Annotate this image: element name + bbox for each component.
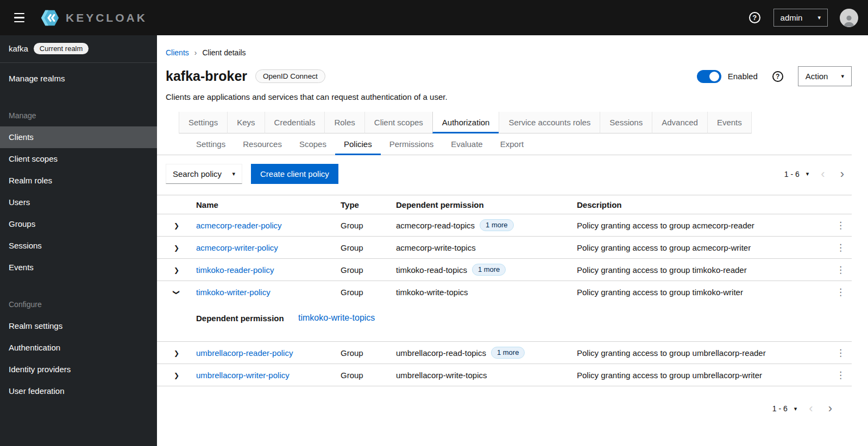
kebab-menu-button[interactable]: ⋮ [832, 285, 850, 299]
caret-down-icon: ▾ [794, 406, 797, 412]
person-icon [842, 13, 856, 27]
sidebar-item-identity-providers[interactable]: Identity providers [0, 359, 157, 380]
search-policy-dropdown[interactable]: Search policy ▾ [166, 164, 242, 184]
kebab-menu-button[interactable]: ⋮ [832, 368, 850, 382]
policy-description: Policy granting access to group timkoko-… [577, 288, 830, 297]
row-expansion: Dependent permission timkoko-write-topic… [157, 303, 852, 342]
pagination-prev-button[interactable]: ‹ [801, 403, 820, 415]
kebab-menu-button[interactable]: ⋮ [832, 263, 850, 277]
expand-row-button[interactable]: ❯ [168, 346, 185, 360]
column-header-name: Name [196, 200, 341, 209]
more-badge: 1 more [480, 219, 513, 231]
tab-roles[interactable]: Roles [324, 112, 364, 133]
tab-settings[interactable]: Settings [179, 112, 227, 133]
caret-down-icon: ▾ [806, 171, 809, 177]
policy-type: Group [341, 265, 396, 275]
sidebar-item-client-scopes[interactable]: Client scopes [0, 148, 157, 170]
column-header-type: Type [341, 200, 396, 209]
pagination-prev-button[interactable]: ‹ [813, 168, 832, 180]
dependent-permission-cell: umbrellacorp-write-topics [396, 371, 577, 380]
policy-type: Group [341, 221, 396, 230]
subtab-permissions[interactable]: Permissions [381, 133, 443, 155]
pagination-range-dropdown[interactable]: 1 - 6 ▾ [768, 401, 802, 416]
sidebar-item-realm-roles[interactable]: Realm roles [0, 170, 157, 192]
subtab-evaluate[interactable]: Evaluate [442, 133, 491, 155]
tab-authorization[interactable]: Authorization [432, 112, 499, 133]
user-menu-dropdown[interactable]: admin ▾ [773, 9, 828, 27]
subtab-scopes[interactable]: Scopes [291, 133, 335, 155]
expand-row-button[interactable]: ❯ [168, 368, 185, 383]
policy-name-link[interactable]: umbrellacorp-writer-policy [196, 371, 290, 380]
topbar-actions: ? admin ▾ [749, 9, 858, 27]
policy-name-link[interactable]: umbrellacorp-reader-policy [196, 348, 293, 358]
current-realm-badge: Current realm [34, 43, 89, 54]
tab-sessions[interactable]: Sessions [600, 112, 652, 133]
protocol-badge: OpenID Connect [255, 69, 325, 83]
enabled-help-icon[interactable]: ? [772, 71, 783, 82]
expand-row-button[interactable]: ❯ [168, 218, 185, 233]
sidebar-item-authentication[interactable]: Authentication [0, 337, 157, 359]
tab-advanced[interactable]: Advanced [652, 112, 707, 133]
policy-description: Policy granting access to group umbrella… [577, 371, 830, 380]
sidebar-item-user-federation[interactable]: User federation [0, 380, 157, 402]
collapse-row-button[interactable]: ❯ [168, 285, 185, 300]
sidebar-item-realm-settings[interactable]: Realm settings [0, 315, 157, 337]
sidebar-item-sessions[interactable]: Sessions [0, 235, 157, 257]
subtab-export[interactable]: Export [492, 133, 532, 155]
pagination-next-button[interactable]: › [821, 403, 840, 415]
breadcrumb-current: Client details [202, 48, 246, 57]
sidebar-item-groups[interactable]: Groups [0, 213, 157, 235]
realm-selector[interactable]: kafka Current realm [0, 35, 157, 63]
page-title: kafka-broker [166, 68, 247, 84]
nav-toggle-button[interactable] [8, 8, 31, 28]
tab-credentials[interactable]: Credentials [265, 112, 325, 133]
subtab-settings[interactable]: Settings [187, 133, 234, 155]
help-icon[interactable]: ? [749, 12, 760, 23]
policy-name-link[interactable]: acmecorp-reader-policy [196, 221, 282, 230]
dependent-permission-text: timkoko-read-topics [396, 265, 467, 275]
policy-type: Group [341, 371, 396, 380]
pagination-next-button[interactable]: › [833, 168, 852, 180]
breadcrumb-clients-link[interactable]: Clients [166, 48, 189, 57]
expansion-dependent-permission-link[interactable]: timkoko-write-topics [298, 313, 375, 323]
chevron-right-icon: ❯ [174, 372, 179, 379]
caret-down-icon: ▾ [232, 171, 235, 177]
expand-row-button[interactable]: ❯ [168, 240, 185, 255]
caret-down-icon: ▾ [817, 15, 821, 21]
kebab-menu-button[interactable]: ⋮ [832, 219, 850, 232]
policy-type: Group [341, 348, 396, 358]
sidebar-item-manage-realms[interactable]: Manage realms [0, 68, 157, 90]
policies-table: Name Type Dependent permission Descripti… [157, 195, 852, 386]
toggle-knob [709, 72, 719, 81]
policy-type: Group [341, 243, 396, 252]
chevron-down-icon: ❯ [173, 290, 180, 295]
create-client-policy-button[interactable]: Create client policy [251, 164, 338, 184]
tab-client-scopes[interactable]: Client scopes [364, 112, 432, 133]
subtab-resources[interactable]: Resources [234, 133, 291, 155]
sidebar-item-clients[interactable]: Clients [0, 126, 157, 148]
tab-events[interactable]: Events [707, 112, 752, 133]
keycloak-logo[interactable]: KEYCLOAK [40, 8, 147, 28]
table-row-expanded: ❯ timkoko-writer-policy Group timkoko-wr… [157, 281, 852, 303]
subtab-policies[interactable]: Policies [335, 133, 381, 155]
policy-name-link[interactable]: acmecorp-writer-policy [196, 243, 278, 252]
enabled-toggle[interactable] [697, 70, 721, 83]
expand-row-button[interactable]: ❯ [168, 263, 185, 277]
tab-service-accounts-roles[interactable]: Service accounts roles [499, 112, 600, 133]
tab-keys[interactable]: Keys [227, 112, 264, 133]
sidebar-item-events[interactable]: Events [0, 257, 157, 278]
breadcrumb-separator-icon: › [194, 48, 197, 57]
policy-name-link[interactable]: timkoko-writer-policy [196, 288, 271, 297]
dependent-permission-text: umbrellacorp-write-topics [396, 371, 487, 380]
action-dropdown[interactable]: Action ▾ [798, 66, 852, 86]
kebab-menu-button[interactable]: ⋮ [832, 346, 850, 360]
policy-name-link[interactable]: timkoko-reader-policy [196, 265, 274, 275]
policy-description: Policy granting access to group acmecorp… [577, 221, 830, 230]
authorization-subtabs: Settings Resources Scopes Policies Permi… [157, 133, 852, 155]
policy-description: Policy granting access to group umbrella… [577, 348, 830, 358]
sidebar-item-users[interactable]: Users [0, 192, 157, 213]
column-header-description: Description [577, 200, 830, 209]
pagination-range-dropdown[interactable]: 1 - 6 ▾ [780, 167, 814, 182]
avatar[interactable] [840, 9, 858, 27]
kebab-menu-button[interactable]: ⋮ [832, 241, 850, 254]
